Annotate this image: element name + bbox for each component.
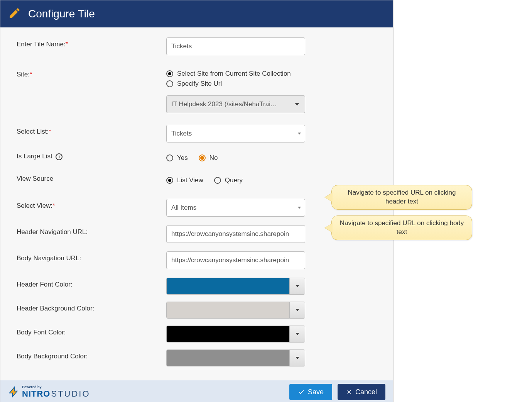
large-list-label: Is Large List i	[0, 149, 97, 160]
body-bg-color-picker[interactable]	[166, 349, 305, 366]
save-button-label: Save	[308, 388, 324, 396]
body-font-color-label: Body Font Color:	[0, 326, 97, 336]
dropdown-value: IT Helpdesk 2023 (/sites/NehaTrai…	[171, 100, 277, 108]
cancel-button-label: Cancel	[355, 388, 377, 396]
chevron-down-icon	[296, 309, 299, 311]
powered-by-text: Powered by	[22, 385, 90, 389]
header-nav-label: Header Navigation URL:	[0, 225, 97, 236]
header-font-color-picker[interactable]	[166, 278, 305, 295]
select-list-dropdown[interactable]: Tickets	[166, 125, 305, 142]
radio-checked-icon	[199, 154, 206, 161]
body-bg-color-label: Body Background Color:	[0, 349, 97, 360]
chevron-down-icon	[296, 285, 299, 287]
dropdown-value: All Items	[171, 204, 196, 212]
info-icon[interactable]: i	[56, 153, 62, 160]
tile-name-input[interactable]	[166, 37, 305, 55]
radio-unchecked-icon	[166, 80, 173, 87]
large-list-no[interactable]: No	[199, 154, 218, 162]
chevron-down-icon	[298, 133, 301, 135]
nitro-studio-logo: Powered by NITRO STUDIO	[8, 385, 90, 399]
chevron-down-icon	[296, 357, 299, 359]
radio-checked-icon	[166, 177, 173, 184]
dropdown-value: Tickets	[171, 130, 192, 137]
select-view-dropdown[interactable]: All Items	[166, 199, 305, 217]
color-dropdown-button[interactable]	[289, 350, 305, 366]
view-source-query[interactable]: Query	[214, 176, 243, 184]
dialog-header: Configure Tile	[0, 0, 393, 27]
callout-text: Navigate to specified URL on clicking he…	[348, 189, 456, 205]
select-list-label: Select List:*	[0, 125, 97, 136]
view-source-label: View Source	[0, 172, 97, 183]
dialog-title: Configure Tile	[28, 8, 95, 20]
configure-tile-dialog: Configure Tile Enter Tile Name:* Site:* …	[0, 0, 394, 402]
color-swatch	[167, 278, 289, 294]
radio-label: Select Site from Current Site Collection	[177, 70, 291, 78]
radio-unchecked-icon	[166, 154, 173, 161]
color-dropdown-button[interactable]	[289, 278, 305, 294]
pencil-icon	[8, 7, 21, 22]
radio-label: No	[209, 154, 218, 162]
color-swatch	[167, 302, 289, 318]
brand-studio: STUDIO	[51, 389, 90, 399]
check-icon	[298, 388, 305, 395]
callout-header-nav: Navigate to specified URL on clicking he…	[331, 185, 472, 210]
chevron-down-icon	[298, 207, 301, 209]
radio-label: Yes	[177, 154, 188, 162]
radio-label: List View	[177, 176, 203, 184]
body-font-color-picker[interactable]	[166, 326, 305, 343]
header-bg-color-picker[interactable]	[166, 302, 305, 319]
color-dropdown-button[interactable]	[289, 326, 305, 342]
view-source-list-view[interactable]: List View	[166, 176, 203, 184]
radio-checked-icon	[166, 70, 173, 77]
site-option-current-collection[interactable]: Select Site from Current Site Collection	[166, 70, 305, 78]
select-view-label: Select View:*	[0, 199, 97, 210]
dialog-footer: Powered by NITRO STUDIO Save Cancel	[0, 380, 393, 402]
callout-text: Navigate to specified URL on clicking bo…	[340, 219, 464, 236]
body-nav-input[interactable]	[166, 251, 305, 269]
callout-tail-icon	[325, 193, 333, 202]
body-nav-label: Body Navigation URL:	[0, 251, 97, 262]
cancel-button[interactable]: Cancel	[338, 384, 385, 400]
callout-body-nav: Navigate to specified URL on clicking bo…	[331, 215, 472, 240]
color-swatch	[167, 326, 289, 342]
color-dropdown-button[interactable]	[289, 302, 305, 318]
header-font-color-label: Header Font Color:	[0, 278, 97, 288]
site-label: Site:*	[0, 68, 97, 78]
close-icon	[346, 389, 352, 395]
site-option-specify-url[interactable]: Specify Site Url	[166, 80, 305, 88]
tile-name-label: Enter Tile Name:*	[0, 37, 97, 48]
save-button[interactable]: Save	[289, 384, 332, 400]
header-bg-color-label: Header Background Color:	[0, 302, 97, 312]
brand-nitro: NITRO	[22, 389, 50, 399]
large-list-yes[interactable]: Yes	[166, 154, 188, 162]
header-nav-input[interactable]	[166, 225, 305, 243]
radio-label: Specify Site Url	[177, 80, 222, 88]
site-dropdown[interactable]: IT Helpdesk 2023 (/sites/NehaTrai…	[166, 95, 305, 113]
callout-tail-icon	[325, 223, 333, 232]
chevron-down-icon	[296, 333, 299, 335]
color-swatch	[167, 350, 289, 366]
chevron-down-icon	[295, 103, 299, 106]
radio-label: Query	[225, 176, 243, 184]
radio-unchecked-icon	[214, 177, 221, 184]
